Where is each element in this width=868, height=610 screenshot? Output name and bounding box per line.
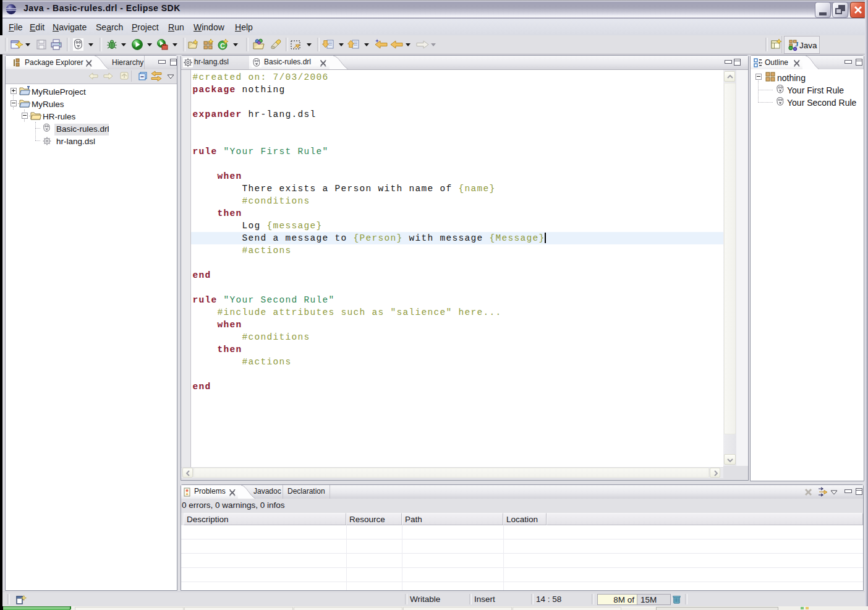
svg-text:J: J bbox=[795, 40, 799, 48]
svg-text:C: C bbox=[220, 42, 225, 49]
